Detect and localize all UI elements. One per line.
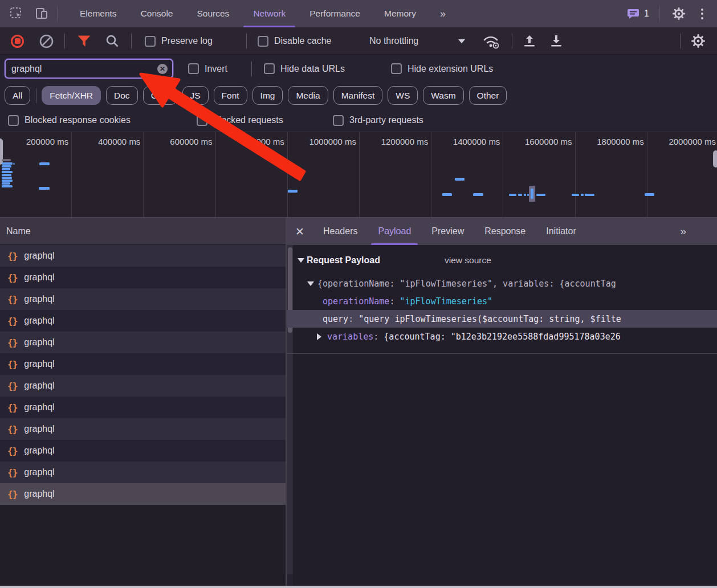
search-icon[interactable]	[105, 34, 120, 48]
chip-fetch-xhr[interactable]: Fetch/XHR	[42, 86, 101, 105]
expanded-triangle-icon[interactable]	[307, 281, 314, 286]
chip-img[interactable]: Img	[252, 86, 283, 105]
preserve-log-label: Preserve log	[161, 36, 213, 46]
chip-other[interactable]: Other	[469, 86, 507, 105]
throttling-dropdown[interactable]: No throttling	[369, 36, 418, 46]
export-har-icon[interactable]	[548, 33, 564, 49]
fetch-xhr-icon: {}	[7, 272, 17, 283]
chip-js[interactable]: JS	[182, 86, 209, 105]
request-row[interactable]: {}graphql	[0, 440, 286, 462]
payload-line-text: {operationName: "ipFlowTimeseries", vari…	[317, 279, 616, 289]
chip-all[interactable]: All	[5, 86, 30, 105]
tab-performance[interactable]: Performance	[298, 0, 372, 27]
settings-gear-icon[interactable]	[670, 5, 687, 22]
network-overview-timeline[interactable]: 200000 ms400000 ms600000 ms800000 ms1000…	[0, 132, 717, 218]
checkbox-label: 3rd-party requests	[349, 115, 423, 125]
request-row[interactable]: {}graphql	[0, 310, 286, 332]
preserve-log-checkbox[interactable]	[145, 36, 156, 47]
checkbox-blocked-requests[interactable]	[197, 115, 207, 126]
network-conditions-icon[interactable]	[482, 33, 501, 49]
filter-toggle-icon[interactable]	[77, 35, 91, 48]
request-name: graphql	[24, 272, 54, 283]
payload-line[interactable]: query: "query ipFlowTimeseries($accountT…	[287, 310, 717, 328]
network-toolbar: Preserve log Disable cache No throttling	[0, 27, 717, 55]
hide-data-urls-checkbox[interactable]	[264, 63, 275, 74]
chip-ws[interactable]: WS	[388, 86, 418, 105]
chip-wasm[interactable]: Wasm	[423, 86, 463, 105]
request-row[interactable]: {}graphql	[0, 245, 286, 267]
payload-line[interactable]: {operationName: "ipFlowTimeseries", vari…	[287, 275, 717, 292]
request-row[interactable]: {}graphql	[0, 397, 286, 418]
record-network-log-button[interactable]	[11, 35, 24, 48]
request-payload-section-header[interactable]: Request Payload view source	[287, 252, 717, 269]
payload-line[interactable]: variables: {accountTag: "b12e3b2192ee558…	[287, 328, 717, 345]
chip-doc[interactable]: Doc	[106, 86, 138, 105]
tab-sources[interactable]: Sources	[185, 0, 242, 27]
detail-tab-headers[interactable]: Headers	[313, 218, 368, 245]
device-toolbar-icon[interactable]	[33, 5, 50, 22]
detail-tab-payload[interactable]: Payload	[368, 218, 421, 245]
fetch-xhr-icon: {}	[7, 294, 17, 305]
chip-font[interactable]: Font	[214, 86, 247, 105]
toolbar-separator	[246, 34, 247, 48]
detail-tab-response[interactable]: Response	[474, 218, 536, 245]
tab-network[interactable]: Network	[241, 0, 298, 27]
request-row[interactable]: {}graphql	[0, 418, 286, 440]
checkbox-blocked-response-cookies[interactable]	[8, 115, 19, 126]
invert-checkbox[interactable]	[188, 63, 199, 74]
more-options-icon[interactable]	[698, 9, 707, 19]
hide-extension-urls-label: Hide extension URLs	[408, 64, 493, 74]
detail-tab-preview[interactable]: Preview	[421, 218, 474, 245]
chip-manifest[interactable]: Manifest	[333, 86, 383, 105]
more-tabs-icon[interactable]: »	[428, 0, 457, 27]
timeline-request-bar	[473, 193, 483, 196]
clear-filter-icon[interactable]: ✕	[157, 64, 168, 74]
checkbox-3rd-party-requests[interactable]	[333, 115, 344, 126]
close-details-icon[interactable]: ✕	[287, 218, 313, 245]
timeline-tick-label: 800000 ms	[242, 137, 284, 146]
timeline-request-bar	[2, 182, 10, 185]
network-settings-gear-icon[interactable]	[691, 34, 706, 48]
devtools-window: ElementsConsoleSourcesNetworkPerformance…	[0, 0, 717, 588]
inspect-element-icon[interactable]	[8, 5, 25, 22]
request-row[interactable]: {}graphql	[0, 462, 286, 483]
import-har-icon[interactable]	[522, 33, 537, 49]
collapsed-triangle-icon[interactable]	[317, 333, 321, 340]
detail-tab-initiator[interactable]: Initiator	[536, 218, 586, 245]
timeline-tick-label: 200000 ms	[26, 137, 68, 146]
tabbar-separator	[659, 6, 660, 21]
throttling-caret-icon[interactable]	[458, 39, 465, 43]
collapse-triangle-icon[interactable]	[298, 258, 304, 263]
tab-memory[interactable]: Memory	[372, 0, 428, 27]
issues-indicator[interactable]: 1	[627, 8, 649, 19]
request-row[interactable]: {}graphql	[0, 483, 286, 505]
tab-console[interactable]: Console	[129, 0, 185, 27]
hide-extension-urls-checkbox[interactable]	[391, 63, 402, 74]
timeline-request-bar	[536, 194, 545, 196]
name-column-header[interactable]: Name	[0, 218, 286, 245]
timeline-tick-label: 1200000 ms	[381, 137, 429, 146]
chip-media[interactable]: Media	[288, 86, 328, 105]
request-row[interactable]: {}graphql	[0, 332, 286, 353]
chip-css[interactable]: CSS	[143, 86, 177, 105]
issues-count: 1	[644, 9, 649, 19]
resource-type-chips: AllFetch/XHRDocCSSJSFontImgMediaManifest…	[0, 83, 717, 108]
request-name: graphql	[24, 316, 54, 326]
request-row[interactable]: {}graphql	[0, 288, 286, 310]
disable-cache-checkbox[interactable]	[258, 36, 268, 47]
request-row[interactable]: {}graphql	[0, 267, 286, 288]
request-row[interactable]: {}graphql	[0, 353, 286, 375]
payload-line[interactable]: operationName: "ipFlowTimeseries"	[287, 292, 717, 310]
timeline-request-bar	[524, 194, 526, 196]
fetch-xhr-icon: {}	[7, 381, 17, 391]
view-source-link[interactable]: view source	[445, 255, 491, 266]
network-main-area: Name {}graphql{}graphql{}graphql{}graphq…	[0, 218, 717, 586]
timeline-request-bar	[581, 194, 584, 196]
filter-input[interactable]	[6, 64, 157, 74]
request-payload-title: Request Payload	[307, 255, 380, 266]
tab-elements[interactable]: Elements	[68, 0, 129, 27]
more-detail-tabs-icon[interactable]: »	[680, 218, 685, 245]
request-name: graphql	[24, 424, 54, 434]
clear-network-log-button[interactable]	[39, 34, 54, 49]
request-row[interactable]: {}graphql	[0, 375, 286, 397]
